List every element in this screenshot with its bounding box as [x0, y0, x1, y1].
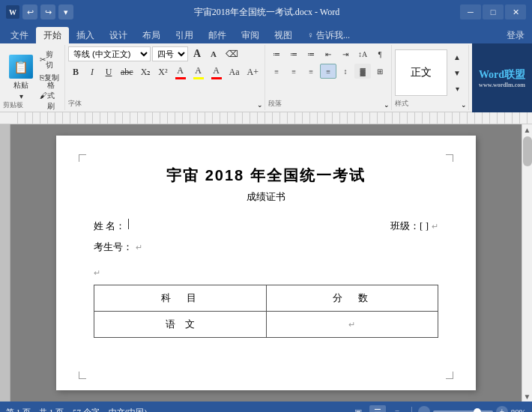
align-center-button[interactable]: ≡ — [285, 64, 302, 79]
status-bar: 第 1 页，共 1 页 57 个字 中文(中国) ▣ ☰ ≡ - + 80% — [0, 402, 532, 412]
align-right-button[interactable]: ≡ — [303, 64, 319, 79]
paragraph-group: ≔ ≔ ≔ ⇤ ⇥ ↕A ¶ ≡ ≡ ≡ ≡ ↕ ▓ ⊞ 段落 ⌄ — [265, 45, 392, 110]
redo-button[interactable]: ↪ — [40, 4, 55, 19]
styles-expand[interactable]: ▾ — [449, 81, 465, 96]
empty-paragraph-mark: ↵ — [94, 268, 100, 277]
font-expand-icon[interactable]: ⌄ — [257, 101, 263, 109]
decrease-indent-button[interactable]: ⇤ — [320, 46, 336, 61]
sort-button[interactable]: ↕A — [354, 46, 371, 61]
document-scroll[interactable]: 宇宙 2018 年全国统一考试 成绩证书 姓 名： 班级：[ ] ↵ 考生号： … — [10, 124, 522, 402]
language: 中文(中国) — [109, 407, 147, 413]
restore-button[interactable]: □ — [483, 4, 504, 19]
font-name-select[interactable]: 等线 (中文正文) — [68, 46, 151, 61]
corner-mark-tl — [79, 154, 86, 162]
font-color-button[interactable]: A — [172, 64, 189, 79]
scroll-up-button[interactable]: ▲ — [522, 124, 533, 135]
styles-scroll-up[interactable]: ▲ — [449, 49, 465, 64]
shading-button[interactable]: ▓ — [354, 64, 371, 79]
close-button[interactable]: ✕ — [505, 4, 526, 19]
styles-scroll-down[interactable]: ▼ — [449, 65, 465, 80]
text-color-button[interactable]: A — [208, 64, 225, 79]
undo-button[interactable]: ↩ — [22, 4, 37, 19]
paste-icon: 📋 — [9, 55, 33, 79]
format-painter-button[interactable]: 🖌 格式刷 — [39, 88, 60, 104]
table-row: 语 文 ↵ — [94, 312, 438, 338]
underline-button[interactable]: U — [101, 64, 116, 79]
scroll-down-button[interactable]: ▼ — [522, 391, 533, 402]
font-size-select[interactable]: 四号 — [152, 46, 188, 61]
tab-tell-me[interactable]: ♀ 告诉我... — [300, 27, 357, 43]
scroll-thumb[interactable] — [523, 136, 532, 166]
status-divider — [411, 407, 412, 412]
font-grow-button[interactable]: A — [190, 46, 205, 61]
clipboard-small-buttons: ✂ 剪切 ⎘ 复制 🖌 格式刷 — [39, 52, 60, 104]
table-header-row: 科 目 分 数 — [94, 285, 438, 312]
clipboard-group: 📋 粘贴 ▾ ✂ 剪切 ⎘ 复制 🖌 格式刷 剪贴板 — [0, 45, 65, 110]
subscript-button[interactable]: X₂ — [138, 64, 154, 79]
score-table: 科 目 分 数 语 文 ↵ — [94, 285, 438, 338]
document-area: 宇宙 2018 年全国统一考试 成绩证书 姓 名： 班级：[ ] ↵ 考生号： … — [0, 124, 532, 402]
window-title: 宇宙2018年全国统一考试.docx - Word — [73, 6, 460, 19]
paragraph-expand-icon[interactable]: ⌄ — [384, 101, 390, 109]
examno-field-row: 考生号： ↵ — [94, 240, 438, 254]
corner-mark-tr — [446, 154, 453, 162]
word-right-panel: Word联盟 www.wordlm.com — [472, 43, 532, 112]
increase-indent-button[interactable]: ⇥ — [337, 46, 354, 61]
score-paragraph-mark: ↵ — [348, 320, 355, 329]
document-subtitle: 成绩证书 — [94, 190, 438, 204]
zoom-out-button[interactable]: - — [418, 406, 430, 412]
bullets-button[interactable]: ≔ — [268, 46, 285, 61]
corner-mark-br — [446, 372, 453, 379]
minimize-button[interactable]: ─ — [460, 4, 481, 19]
tab-design[interactable]: 设计 — [102, 27, 135, 43]
view-btn-read[interactable]: ☰ — [369, 405, 386, 412]
cut-button[interactable]: ✂ 剪切 — [39, 52, 60, 68]
strikethrough-button[interactable]: abc — [118, 64, 136, 79]
align-left-button[interactable]: ≡ — [268, 64, 285, 79]
multilevel-button[interactable]: ≔ — [303, 46, 319, 61]
tab-view[interactable]: 视图 — [267, 27, 300, 43]
status-left: 第 1 页，共 1 页 57 个字 中文(中国) — [6, 407, 147, 413]
view-btn-web[interactable]: ≡ — [389, 405, 405, 412]
title-controls-left: W ↩ ↪ ▾ — [6, 4, 73, 19]
highlight-button[interactable]: A — [190, 64, 207, 79]
name-label: 姓 名： — [94, 219, 125, 233]
line-spacing-button[interactable]: ↕ — [337, 64, 354, 79]
zoom-in-button[interactable]: + — [496, 406, 508, 412]
customize-qat-button[interactable]: ▾ — [58, 4, 73, 19]
word-app-icon: W — [6, 5, 19, 19]
login-button[interactable]: 登录 — [499, 27, 532, 43]
paste-label: 粘贴 — [13, 80, 28, 91]
font-shrink-button[interactable]: A — [206, 46, 221, 61]
class-paragraph-mark: ↵ — [432, 222, 438, 231]
styles-expand-icon[interactable]: ⌄ — [461, 101, 467, 109]
styles-group-label: 样式 — [395, 99, 408, 109]
numbering-button[interactable]: ≔ — [285, 46, 302, 61]
tab-home[interactable]: 开始 — [36, 27, 69, 43]
font-expand2-button[interactable]: A+ — [244, 64, 262, 79]
zoom-thumb — [474, 408, 481, 412]
text-cursor — [128, 219, 129, 229]
document-page: 宇宙 2018 年全国统一考试 成绩证书 姓 名： 班级：[ ] ↵ 考生号： … — [56, 136, 476, 390]
corner-mark-bl — [79, 372, 86, 379]
paste-button[interactable]: 📋 粘贴 ▾ — [4, 52, 37, 104]
styles-group: 正文 ▲ ▼ ▾ 样式 ⌄ — [392, 45, 469, 110]
superscript-button[interactable]: X² — [155, 64, 170, 79]
tab-mailings[interactable]: 邮件 — [201, 27, 234, 43]
tab-references[interactable]: 引用 — [168, 27, 201, 43]
tab-insert[interactable]: 插入 — [69, 27, 102, 43]
tab-file[interactable]: 文件 — [3, 27, 36, 43]
font-expand-button[interactable]: Aa — [226, 64, 243, 79]
tab-layout[interactable]: 布局 — [135, 27, 168, 43]
tab-review[interactable]: 审阅 — [234, 27, 267, 43]
bold-button[interactable]: B — [68, 64, 83, 79]
examno-label: 考生号： — [94, 240, 133, 254]
justify-button[interactable]: ≡ — [320, 64, 336, 79]
word-logo: Word联盟 — [479, 68, 525, 82]
show-hide-button[interactable]: ¶ — [372, 46, 388, 61]
italic-button[interactable]: I — [85, 64, 100, 79]
clear-format-button[interactable]: ⌫ — [223, 46, 241, 61]
border-button[interactable]: ⊞ — [372, 64, 388, 79]
view-btn-print[interactable]: ▣ — [350, 405, 366, 412]
vertical-scrollbar[interactable]: ▲ ▼ — [522, 124, 532, 402]
